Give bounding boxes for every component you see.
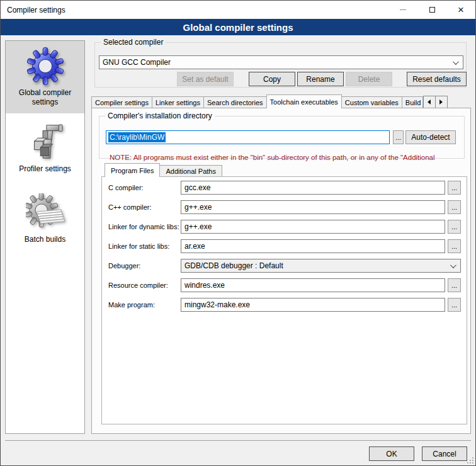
tab-scroll-left-button[interactable] (423, 96, 436, 108)
c-compiler-browse-button[interactable]: ... (448, 181, 461, 195)
make-program-input[interactable]: mingw32-make.exe (181, 298, 445, 312)
programs-subtabstrip: Program Files Additional Paths (105, 163, 222, 177)
resource-compiler-label: Resource compiler: (108, 281, 181, 289)
reset-defaults-button[interactable]: Reset defaults (407, 72, 467, 86)
sidebar: Global compiler settings (5, 40, 85, 434)
sidebar-item-label: Profiler settings (16, 162, 74, 180)
tab-search-directories[interactable]: Search directories (203, 96, 267, 108)
auto-detect-button[interactable]: Auto-detect (405, 130, 456, 144)
toolchain-executables-page: Compiler's installation directory C:\ray… (91, 108, 471, 434)
installation-directory-input[interactable]: C:\raylib\MinGW (106, 130, 390, 144)
linker-dynamic-label: Linker for dynamic libs: (108, 223, 181, 230)
tab-linker-settings[interactable]: Linker settings (152, 96, 204, 108)
linker-dynamic-input[interactable]: g++.exe (181, 220, 445, 234)
field-row-linker-static: Linker for static libs: ar.exe ... (102, 239, 467, 253)
resource-compiler-value: windres.exe (184, 281, 225, 290)
field-row-cpp-compiler: C++ compiler: g++.exe ... (102, 200, 467, 214)
selected-compiler-group-label: Selected compiler (101, 38, 166, 47)
copy-button[interactable]: Copy (249, 72, 295, 86)
sidebar-item-label: Global compiler settings (6, 86, 84, 113)
sidebar-item-batch-builds[interactable]: Batch builds (6, 180, 84, 251)
tab-custom-variables[interactable]: Custom variables (341, 96, 402, 108)
cpp-compiler-label: C++ compiler: (108, 203, 181, 211)
tab-build-options-truncated[interactable]: Build (402, 96, 423, 108)
page-title: Global compiler settings (1, 19, 475, 35)
make-program-value: mingw32-make.exe (184, 300, 250, 309)
blue-gear-icon (25, 46, 65, 86)
selected-compiler-group: Selected compiler GNU GCC Compiler Set a… (94, 42, 467, 88)
c-compiler-input[interactable]: gcc.exe (181, 181, 445, 195)
maximize-icon (429, 7, 435, 13)
bin-subdirectory-note: NOTE: All programs must exist either in … (110, 154, 472, 161)
sidebar-item-global-compiler-settings[interactable]: Global compiler settings (6, 41, 84, 113)
subtab-program-files[interactable]: Program Files (105, 163, 160, 177)
field-row-make-program: Make program: mingw32-make.exe ... (102, 298, 467, 312)
delete-button[interactable]: Delete (346, 72, 392, 86)
c-compiler-value: gcc.exe (184, 183, 210, 192)
chevron-down-icon (453, 59, 459, 65)
resource-compiler-input[interactable]: windres.exe (181, 278, 445, 292)
make-program-label: Make program: (108, 301, 181, 309)
sidebar-item-profiler-settings[interactable]: Profiler settings (6, 113, 84, 180)
c-compiler-label: C compiler: (108, 184, 181, 191)
cpp-compiler-input[interactable]: g++.exe (181, 200, 445, 214)
resize-grip[interactable] (467, 457, 474, 464)
browse-directory-button[interactable]: ... (393, 130, 404, 144)
tab-scroll-right-button[interactable] (435, 96, 448, 108)
field-row-debugger: Debugger: GDB/CDB debugger : Default (102, 259, 467, 273)
cpp-compiler-browse-button[interactable]: ... (448, 200, 461, 214)
maximize-button[interactable] (417, 1, 446, 19)
linker-static-label: Linker for static libs: (108, 242, 181, 250)
cpp-compiler-value: g++.exe (184, 203, 212, 212)
footer-divider (5, 440, 471, 441)
minimize-button[interactable] (388, 1, 417, 19)
linker-dynamic-value: g++.exe (184, 222, 212, 231)
tab-toolchain-executables[interactable]: Toolchain executables (266, 94, 342, 108)
ok-button[interactable]: OK (369, 446, 414, 461)
linker-static-input[interactable]: ar.exe (181, 239, 445, 253)
installation-directory-group-label: Compiler's installation directory (105, 111, 215, 120)
compiler-select[interactable]: GNU GCC Compiler (99, 55, 463, 69)
tab-scroller (423, 96, 447, 108)
set-as-default-button[interactable]: Set as default (177, 72, 234, 86)
linker-static-browse-button[interactable]: ... (448, 239, 461, 253)
debugger-label: Debugger: (108, 262, 181, 270)
compiler-select-value: GNU GCC Compiler (103, 58, 171, 67)
linker-static-value: ar.exe (184, 242, 205, 251)
settings-tabstrip: Compiler settings Linker settings Search… (91, 94, 471, 108)
close-icon: × (458, 4, 464, 15)
arrow-left-icon (428, 99, 431, 105)
caption-buttons: × (388, 1, 475, 19)
installation-directory-selected-text: C:\raylib\MinGW (108, 132, 166, 142)
close-button[interactable]: × (446, 1, 475, 19)
linker-dynamic-browse-button[interactable]: ... (448, 220, 461, 234)
field-row-resource-compiler: Resource compiler: windres.exe ... (102, 278, 467, 292)
resource-compiler-browse-button[interactable]: ... (448, 278, 461, 292)
sidebar-item-label: Batch builds (22, 233, 68, 251)
rename-button[interactable]: Rename (297, 72, 344, 86)
arrow-right-icon (439, 99, 443, 105)
field-row-c-compiler: C compiler: gcc.exe ... (102, 181, 467, 195)
debugger-select[interactable]: GDB/CDB debugger : Default (181, 259, 461, 273)
tab-compiler-settings[interactable]: Compiler settings (91, 96, 152, 108)
debugger-value: GDB/CDB debugger : Default (184, 261, 283, 270)
titlebar: Compiler settings × (1, 1, 475, 19)
installation-directory-group: Compiler's installation directory C:\ray… (99, 116, 465, 159)
subtab-additional-paths[interactable]: Additional Paths (159, 165, 222, 177)
window-title: Compiler settings (1, 6, 65, 14)
make-program-browse-button[interactable]: ... (448, 298, 461, 312)
caliper-icon (25, 122, 65, 162)
minimize-icon (400, 9, 406, 10)
chevron-down-icon (450, 262, 456, 268)
gray-gear-stack-icon (25, 193, 65, 233)
program-files-panel: C compiler: gcc.exe ... C++ compiler: g+… (101, 176, 467, 424)
field-row-linker-dynamic: Linker for dynamic libs: g++.exe ... (102, 220, 467, 234)
cancel-button[interactable]: Cancel (422, 446, 467, 461)
